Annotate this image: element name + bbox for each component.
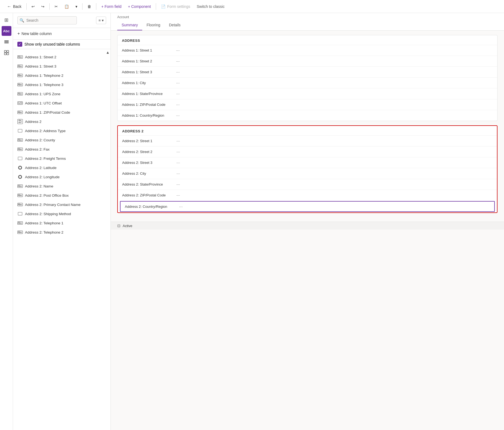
field-value: --- bbox=[176, 48, 180, 52]
list-item[interactable]: AbcdefAddress 2 bbox=[13, 117, 110, 126]
scroll-up-button[interactable]: ▲ bbox=[105, 49, 110, 56]
list-item[interactable]: Address 2: Longitude bbox=[13, 172, 110, 181]
list-item[interactable]: AbcAddress 2: Name bbox=[13, 181, 110, 191]
field-value: --- bbox=[176, 161, 180, 165]
nav-icon-abc[interactable]: Abc bbox=[2, 26, 11, 36]
list-item[interactable]: AbcAddress 1: ZIP/Postal Code bbox=[13, 108, 110, 117]
plus-icon: + bbox=[17, 31, 20, 36]
nav-icon-layers[interactable] bbox=[2, 37, 11, 47]
svg-rect-0 bbox=[4, 40, 9, 41]
list-item[interactable]: Address 2: Latitude bbox=[13, 163, 110, 172]
add-column-button[interactable]: + New table column bbox=[17, 30, 106, 37]
sidebar-list: ▲ AbcAddress 1: Street 2AbcAddress 1: St… bbox=[13, 49, 110, 430]
field-row[interactable]: Address 1: State/Province--- bbox=[118, 88, 497, 99]
list-item[interactable]: AbcAddress 2: Fax bbox=[13, 145, 110, 154]
svg-rect-6 bbox=[7, 53, 9, 55]
field-row[interactable]: Address 1: Country/Region--- bbox=[118, 110, 497, 121]
paste-button[interactable]: 📋 bbox=[62, 3, 72, 10]
tab-summary[interactable]: Summary bbox=[117, 20, 142, 30]
content-area: Account SummaryFlooringDetails ADDRESSAd… bbox=[111, 13, 504, 430]
list-item-label: Address 2: Telephone 2 bbox=[25, 230, 64, 234]
add-field-button[interactable]: + Form field bbox=[99, 3, 124, 10]
switch-classic-button[interactable]: Switch to classic bbox=[194, 3, 227, 10]
list-item[interactable]: Address 2: Freight Terms bbox=[13, 154, 110, 163]
nav-icon-components[interactable] bbox=[2, 48, 11, 58]
main-layout: ⊞ Abc 🔍 ≡ ▾ + New table column bbox=[0, 13, 504, 430]
svg-rect-1 bbox=[4, 42, 9, 42]
list-item-label: Address 1: Street 3 bbox=[25, 64, 56, 68]
redo-button[interactable]: ↪ bbox=[39, 3, 47, 10]
list-item[interactable]: AbcAddress 1: Street 2 bbox=[13, 52, 110, 62]
list-item-label: Address 2: Primary Contact Name bbox=[25, 203, 81, 207]
abc-icon: Abc bbox=[17, 73, 23, 78]
delete-button[interactable]: 🗑 bbox=[85, 3, 94, 10]
form-settings-button[interactable]: 📄 Form settings bbox=[158, 3, 193, 10]
list-item[interactable]: AbcAddress 1: UPS Zone bbox=[13, 89, 110, 98]
list-item[interactable]: AbcAddress 2: Post Office Box bbox=[13, 191, 110, 200]
list-item[interactable]: Address 2: Address Type bbox=[13, 126, 110, 135]
paste-icon: 📋 bbox=[64, 4, 69, 9]
tab-flooring[interactable]: Flooring bbox=[142, 20, 165, 30]
add-component-label: + Component bbox=[128, 4, 151, 9]
section-address2[interactable]: ADDRESS 2Address 2: Street 1---Address 2… bbox=[117, 125, 497, 213]
list-item[interactable]: AbcAddress 2: County bbox=[13, 135, 110, 145]
section-title: ADDRESS 2 bbox=[118, 126, 497, 135]
toolbar-separator-3 bbox=[82, 3, 83, 10]
cut-icon: ✂ bbox=[55, 4, 58, 9]
chevron-down-icon: ▾ bbox=[75, 4, 77, 9]
search-wrap: 🔍 bbox=[17, 16, 94, 24]
nav-icon-grid[interactable]: ⊞ bbox=[2, 15, 11, 25]
list-item-label: Address 2: Freight Terms bbox=[25, 157, 66, 161]
list-item[interactable]: AbcAddress 2: Telephone 2 bbox=[13, 228, 110, 237]
back-button[interactable]: ← Back bbox=[4, 2, 24, 11]
field-label: Address 1: ZIP/Postal Code bbox=[122, 103, 176, 107]
list-item[interactable]: 123Address 1: UTC Offset bbox=[13, 98, 110, 108]
abc-icon: Abc bbox=[17, 202, 23, 207]
search-input[interactable] bbox=[17, 16, 77, 24]
field-row[interactable]: Address 2: ZIP/Postal Code--- bbox=[118, 190, 497, 200]
toolbar-separator-4 bbox=[96, 3, 96, 10]
list-item-label: Address 2: Shipping Method bbox=[25, 212, 71, 216]
field-value: --- bbox=[176, 182, 180, 186]
field-label: Address 1: Country/Region bbox=[122, 113, 176, 117]
field-row[interactable]: Address 2: Street 2--- bbox=[118, 146, 497, 157]
field-row[interactable]: Address 1: Street 2--- bbox=[118, 56, 497, 66]
field-row[interactable]: Address 2: Country/Region--- bbox=[120, 201, 495, 212]
field-row[interactable]: Address 2: City--- bbox=[118, 168, 497, 179]
field-row[interactable]: Address 1: ZIP/Postal Code--- bbox=[118, 99, 497, 110]
list-item[interactable]: AbcAddress 2: Primary Contact Name bbox=[13, 200, 110, 209]
list-item[interactable]: AbcAddress 1: Telephone 2 bbox=[13, 71, 110, 80]
svg-rect-3 bbox=[4, 50, 6, 52]
filter-icon: ≡ bbox=[99, 18, 101, 23]
list-item-label: Address 1: Telephone 3 bbox=[25, 83, 64, 87]
list-item[interactable]: AbcAddress 1: Telephone 3 bbox=[13, 80, 110, 89]
entity-name: Account bbox=[117, 15, 497, 19]
show-unused-checkbox[interactable]: ✓ Show only unused table columns bbox=[13, 40, 110, 49]
list-item-label: Address 1: Telephone 2 bbox=[25, 74, 64, 78]
field-row[interactable]: Address 2: Street 3--- bbox=[118, 157, 497, 168]
rect-icon bbox=[17, 156, 23, 161]
add-component-button[interactable]: + Component bbox=[125, 3, 153, 10]
field-row[interactable]: Address 2: State/Province--- bbox=[118, 179, 497, 190]
cut-button[interactable]: ✂ bbox=[52, 3, 61, 10]
field-label: Address 1: State/Province bbox=[122, 92, 176, 96]
dropdown-button[interactable]: ▾ bbox=[73, 3, 80, 10]
field-row[interactable]: Address 1: Street 3--- bbox=[118, 66, 497, 77]
list-item[interactable]: AbcAddress 2: Telephone 1 bbox=[13, 218, 110, 228]
list-item-label: Address 1: UTC Offset bbox=[25, 101, 62, 105]
field-row[interactable]: Address 1: City--- bbox=[118, 77, 497, 88]
field-row[interactable]: Address 2: Street 1--- bbox=[118, 135, 497, 146]
abc-icon: Abc bbox=[17, 137, 23, 143]
list-item-label: Address 2 bbox=[25, 120, 42, 124]
list-item-label: Address 2: Address Type bbox=[25, 129, 66, 133]
section-address[interactable]: ADDRESSAddress 1: Street 1---Address 1: … bbox=[117, 35, 497, 121]
tab-details[interactable]: Details bbox=[165, 20, 185, 30]
undo-button[interactable]: ↩ bbox=[29, 3, 37, 10]
field-row[interactable]: Address 1: Street 1--- bbox=[118, 45, 497, 56]
field-value: --- bbox=[176, 103, 180, 107]
list-item[interactable]: Address 2: Shipping Method bbox=[13, 209, 110, 218]
filter-button[interactable]: ≡ ▾ bbox=[96, 17, 106, 24]
list-item[interactable]: AbcAddress 1: Street 3 bbox=[13, 62, 110, 71]
field-label: Address 2: ZIP/Postal Code bbox=[122, 193, 176, 197]
toolbar: ← Back ↩ ↪ ✂ 📋 ▾ 🗑 + Form field + Compon… bbox=[0, 0, 504, 13]
